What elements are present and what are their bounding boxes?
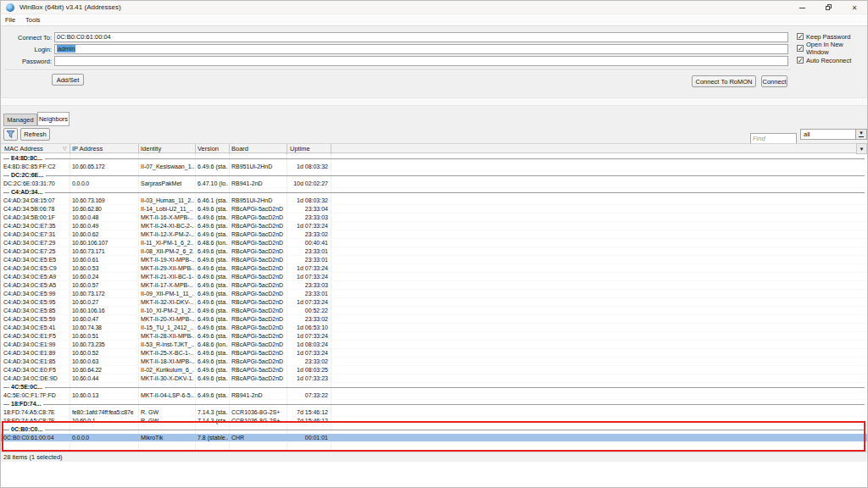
cell-ip: 10.60.73.171 [72,247,138,256]
password-field[interactable] [54,56,788,66]
cell-uptime: 1d 08:03:32 [272,197,328,205]
cell-ip: 10.60.65.172 [72,163,138,171]
table-row[interactable]: C4:AD:34:0C:E1:8510.60.0.63MKT-II-18-XI-… [1,358,867,366]
chevron-down-icon: ▼ [860,147,865,152]
filter-dropdown[interactable]: all ▼ [800,129,867,140]
table-row[interactable]: C4:AD:34:0C:E5:9510.60.0.27MKT-II-32-XI-… [1,298,867,307]
column-picker-button[interactable]: ▼ [856,143,867,154]
restore-button[interactable] [815,1,841,14]
winbox-window: WinBox (64bit) v3.41 (Addresses) ✕ FileT… [0,0,868,488]
table-row[interactable]: C4:AD:34:0C:E7:3110.60.0.62MKT-II-12-X-P… [1,230,867,239]
connect-button[interactable]: Connect [761,75,787,87]
cell-identity: R. GW [141,408,194,417]
table-row[interactable]: C4:AD:34:0C:E5:9910.60.73.172II-09_XII-P… [1,290,867,298]
group-label: C4:AD:34... [11,188,42,197]
cell-identity: MKT-II-29-XII-MPB-.. [141,264,194,273]
cell-uptime: 10d 02:02:27 [272,180,328,188]
table-row[interactable]: C4:AD:34:0C:E7:2910.60.106.107II-11_XI-P… [1,239,867,247]
cell-uptime: 23:33:03 [272,214,328,222]
tab-managed[interactable]: Managed [3,114,37,126]
column-header-identity[interactable]: Identity [141,145,161,152]
cell-uptime: 23:33:01 [272,247,328,256]
table-row[interactable]: C4:AD:34:0C:E5:E510.60.0.61MKT-II-19-XI-… [1,256,867,264]
cell-mac: C4:AD:34:0C:E7:31 [3,230,69,239]
filter-button[interactable] [3,128,18,141]
group-row: 18:FD:74... [1,400,867,408]
login-field[interactable]: admin [54,44,788,54]
table-row[interactable]: C4:AD:34:D8:15:0710.60.73.169II-03_Humas… [1,197,867,205]
table-row[interactable]: C4:AD:34:5B:00:1F10.60.0.48MKT-II-16-X-M… [1,214,867,222]
cell-mac: C4:AD:34:0C:E0:F5 [3,366,69,374]
cell-ip: 10.60.0.24 [72,273,138,281]
table-row[interactable]: C4:AD:34:0C:E7:3510.60.0.49MKT-II-24-XI-… [1,222,867,230]
menu-item-file[interactable]: File [5,16,15,24]
sort-icon: ▽ [63,145,67,151]
cell-mac: C4:AD:34:0C:E1:F5 [3,332,69,341]
cell-mac: C4:AD:34:0C:E5:A9 [3,273,69,281]
cell-version: 6.49.6 (sta.. [198,298,228,307]
cell-version: 6.46.1 (sta.. [198,197,228,205]
minimize-button[interactable] [789,1,815,14]
panel-divider [1,97,867,106]
cell-ip: 10.60.106.16 [72,307,138,315]
cell-mac: 4C:5E:0C:F1:7F:FD [3,391,69,400]
cell-ip: 10.60.74.38 [72,324,138,332]
cell-identity: MKT-II-24-XI-BC-2-.. [141,222,194,230]
status-bar: 28 items (1 selected) [1,452,867,462]
column-header-ip-address[interactable]: IP Address [72,145,103,152]
cell-uptime: 00:40:41 [272,239,328,247]
cell-mac: C4:AD:34:0C:E5:E5 [3,256,69,264]
cell-mac: C4:AD:34:0C:E7:25 [3,247,69,256]
cell-uptime: 07:33:22 [272,391,328,400]
app-icon [6,3,14,12]
tab-neighbors[interactable]: Neighbors [37,112,70,126]
cell-version: 6.49.6 (sta.. [198,374,228,383]
table-row[interactable]: DC:2C:6E:03:31:700.0.0.0SarprasPakMet6.4… [1,180,867,188]
connect-to-field[interactable]: 0C:B0:C0:61:00:04 [54,32,788,42]
menu-item-tools[interactable]: Tools [25,16,41,24]
column-header-version[interactable]: Version [198,145,219,152]
table-row[interactable]: C4:AD:34:0C:DE:9D10.60.0.44MKT-II-30-X-D… [1,374,867,383]
filter-dropdown-value: all [801,130,855,138]
table-row[interactable]: C4:AD:34:0C:E5:A510.60.0.57MKT-II-17-X-M… [1,281,867,290]
cell-ip: 10.60.0.62 [72,230,138,239]
close-button[interactable]: ✕ [842,1,867,14]
checkbox-open-in-new-window[interactable]: ✓Open In New Window [797,44,867,53]
group-label: E4:8D:8C... [11,154,42,163]
table-row[interactable]: E4:8D:8C:85:FF:C210.60.65.172II-07_Kesis… [1,163,867,171]
table-row[interactable]: 18:FD:74:A5:C8:7Efe80::1afd:74ff:fea5:c8… [1,408,867,417]
cell-identity: MKT-II-04-LSP-6-5.. [141,391,194,400]
cell-uptime: 1d 07:33:24 [272,273,328,281]
checkbox-keep-password[interactable]: ✓Keep Password [797,32,851,41]
checkbox-auto-reconnect[interactable]: ✓Auto Reconnect [797,56,851,64]
table-row[interactable]: C4:AD:34:0C:E5:5910.60.0.47MKT-II-20-XI-… [1,315,867,324]
column-header-mac-address[interactable]: MAC Address [4,145,43,152]
cell-identity: II-53_R-Inst-TJKT_.. [141,341,194,349]
cell-identity: II-02_Kurikulum_6_.. [141,366,194,374]
cell-version: 6.49.6 (sta.. [198,366,228,374]
table-row[interactable]: C4:AD:34:0C:E1:8910.60.0.52MKT-II-25-X-B… [1,349,867,358]
dropdown-arrow-button[interactable]: ▼ [855,130,866,139]
cell-version: 6.49.6 (sta.. [198,307,228,315]
connect-to-romon-button[interactable]: Connect To RoMON [692,75,756,87]
table-row[interactable]: C4:AD:34:0C:E5:A910.60.0.24MKT-II-21-XII… [1,273,867,281]
cell-identity: MKT-II-12-X-PM-2-.. [141,230,194,239]
table-row[interactable]: C4:AD:34:0C:E1:9910.60.73.235II-53_R-Ins… [1,341,867,349]
cell-version: 6.49.6 (sta.. [198,256,228,264]
refresh-button[interactable]: Refresh [20,128,50,141]
table-row[interactable]: C4:AD:34:0C:E1:F510.60.0.51MKT-II-28-XII… [1,332,867,341]
table-row[interactable]: C4:AD:34:5B:06:7810.60.62.80II-14_Lobi-U… [1,205,867,214]
column-header-uptime[interactable]: Uptime [290,145,310,152]
group-row: E4:8D:8C... [1,154,867,163]
cell-version: 6.49.6 (sta.. [198,264,228,273]
table-row[interactable]: 4C:5E:0C:F1:7F:FD10.60.0.13MKT-II-04-LSP… [1,391,867,400]
table-row[interactable]: C4:AD:34:0C:E7:2510.60.73.171II-08_XII-P… [1,247,867,256]
cell-ip: fe80::1afd:74ff:fea5:c87e [72,408,138,417]
table-row[interactable]: C4:AD:34:0C:E5:8510.60.106.16II-10_XI-PM… [1,307,867,315]
find-box [750,129,797,140]
table-row[interactable]: C4:AD:34:0C:E5:4110.60.74.38II-15_TU_1_2… [1,324,867,332]
table-row[interactable]: C4:AD:34:0C:E5:C910.60.0.53MKT-II-29-XII… [1,264,867,273]
table-row[interactable]: C4:AD:34:0C:E0:F510.60.64.22II-02_Kuriku… [1,366,867,374]
column-header-board[interactable]: Board [231,145,248,152]
add-set-button[interactable]: Add/Set [52,74,84,86]
